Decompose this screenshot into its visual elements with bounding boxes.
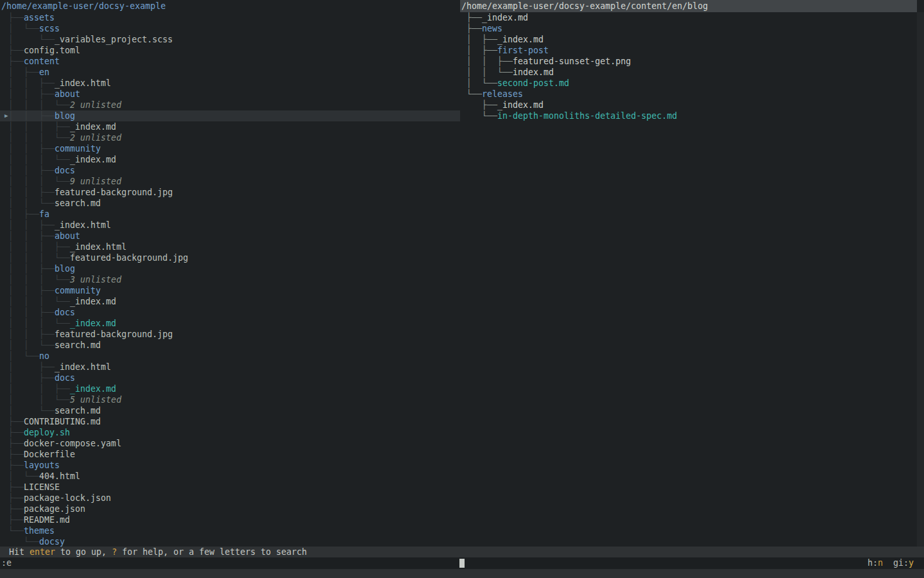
tree-branch-lines: │ │ ├──	[466, 57, 513, 66]
tree-item-label: Dockerfile	[24, 450, 75, 459]
tree-item-label: in-depth-monoliths-detailed-spec.md	[497, 111, 677, 121]
tree-row-dir-community[interactable]: │ │ ├──community	[0, 143, 460, 154]
tree-branch-lines: │ │ ├──	[8, 264, 55, 274]
mode-flags: h:n gi:y	[868, 557, 914, 569]
tree-row-dir-releases[interactable]: └──releases	[460, 89, 917, 100]
tree-row-file-featured-sunset-get-png[interactable]: │ │ ├──featured-sunset-get.png	[460, 56, 917, 67]
input-bar[interactable]: :e h:n gi:y	[0, 557, 924, 569]
left-input-value[interactable]: :e	[1, 557, 12, 569]
tree-row-file--index-md[interactable]: │ │ │ ├──_index.md	[0, 121, 460, 132]
tree-row-file-docker-compose-yaml[interactable]: ├──docker-compose.yaml	[0, 438, 460, 449]
tree-row-file-license[interactable]: ├──LICENSE	[0, 482, 460, 493]
tree-row-file-package-lock-json[interactable]: ├──package-lock.json	[0, 493, 460, 504]
tree-row-file-search-md[interactable]: │ │ └──search.md	[0, 340, 460, 351]
tree-item-label: search.md	[55, 198, 101, 208]
tree-row-dir-scss[interactable]: │ └──scss	[0, 23, 460, 34]
tree-item-label: CONTRIBUTING.md	[24, 417, 101, 426]
tree-row-file-package-json[interactable]: ├──package.json	[0, 504, 460, 514]
tree-row-file-search-md[interactable]: │ │ └──search.md	[0, 198, 460, 209]
tree-row-dir-assets[interactable]: ├──assets	[0, 12, 460, 23]
status-text: to go up,	[55, 547, 112, 557]
status-text: for help, or a few letters to search	[117, 547, 307, 557]
tree-row-file-contributing-md[interactable]: ├──CONTRIBUTING.md	[0, 416, 460, 427]
tree-branch-lines: │ └──	[8, 24, 39, 33]
tree-row-dir-news[interactable]: ├──news	[460, 23, 917, 34]
tree-row-file--index-md[interactable]: │ ├──_index.md	[460, 34, 917, 45]
tree-item-label: package-lock.json	[24, 493, 111, 503]
tree-row-file--index-html[interactable]: │ │ │ ├──_index.html	[0, 241, 460, 252]
tree-branch-lines: │ └──	[8, 35, 55, 44]
tree-branch-lines: ├──	[8, 460, 24, 470]
tree-row-dir-about[interactable]: │ │ ├──about	[0, 231, 460, 241]
left-panel-path[interactable]: /home/example-user/docsy-example	[0, 0, 460, 12]
tree-branch-lines: │ │ └──	[8, 340, 55, 350]
tree-branch-lines: └──	[8, 537, 39, 547]
right-panel-path[interactable]: /home/example-user/docsy-example/content…	[460, 0, 917, 12]
tree-row-file--index-md[interactable]: ├──_index.md	[460, 100, 917, 110]
tree-row-file--index-html[interactable]: │ ├──_index.html	[0, 362, 460, 372]
tree-item-label: search.md	[55, 340, 101, 350]
tree-row-dir-docs[interactable]: │ ├──docs	[0, 372, 460, 383]
tree-item-label: community	[55, 144, 101, 153]
tree-row-dir-no[interactable]: │ └──no	[0, 351, 460, 362]
tree-item-label: 9 unlisted	[70, 177, 121, 186]
tree-row-file-search-md[interactable]: │ └──search.md	[0, 405, 460, 416]
tree-row-file-readme-md[interactable]: ├──README.md	[0, 514, 460, 525]
right-edge-strip	[917, 12, 924, 547]
tree-row-unlisted-9-unlisted: │ │ │ └──9 unlisted	[0, 176, 460, 187]
tree-row-exe--index-md[interactable]: │ │ ├──_index.md	[0, 383, 460, 394]
tree-row-file--index-html[interactable]: │ │ ├──_index.html	[0, 78, 460, 89]
tree-row-file--index-md[interactable]: ├──_index.md	[460, 12, 917, 23]
tree-row-file-featured-background-jpg[interactable]: │ │ ├──featured-background.jpg	[0, 329, 460, 340]
tree-item-label: no	[39, 351, 49, 361]
tree-item-label: blog	[55, 264, 75, 274]
tree-branch-lines: └──	[466, 89, 482, 99]
tree-row-dir-about[interactable]: │ │ ├──about	[0, 89, 460, 100]
tree-item-label: themes	[24, 526, 55, 536]
tree-row-file-index-md[interactable]: │ │ └──index.md	[460, 67, 917, 78]
tree-row-file-featured-background-jpg[interactable]: │ │ ├──featured-background.jpg	[0, 187, 460, 198]
tree-row-dir-docsy[interactable]: └──docsy	[0, 536, 460, 547]
tree-item-label: docs	[55, 308, 75, 317]
tree-row-file--variables-project-scss[interactable]: │ └──_variables_project.scss	[0, 34, 460, 45]
tree-row-file-dockerfile[interactable]: ├──Dockerfile	[0, 449, 460, 460]
tree-row-file--index-md[interactable]: │ │ │ └──_index.md	[0, 154, 460, 165]
status-key-hint: ?	[112, 547, 117, 557]
tree-item-label: docs	[55, 166, 75, 175]
tree-item-label: 5 unlisted	[70, 395, 121, 405]
tree-row-file--index-md[interactable]: │ │ │ └──_index.md	[0, 296, 460, 307]
tree-branch-lines: │ │ └──	[8, 395, 70, 405]
tree-item-label: first-post	[497, 46, 549, 55]
tree-row-exe-deploy-sh[interactable]: ├──deploy.sh	[0, 427, 460, 438]
tree-row-file-config-toml[interactable]: ├──config.toml	[0, 45, 460, 56]
tree-row-file--index-html[interactable]: │ │ ├──_index.html	[0, 220, 460, 231]
tree-row-dir-docs[interactable]: │ │ ├──docs	[0, 307, 460, 318]
tree-row-dir-docs[interactable]: │ │ ├──docs	[0, 165, 460, 176]
tree-item-label: blog	[55, 111, 75, 121]
tree-row-dir-fa[interactable]: │ ├──fa	[0, 209, 460, 220]
left-panel-tree: ├──assets│ └──scss│ └──_variables_projec…	[0, 12, 460, 547]
tree-row-dir-layouts[interactable]: ├──layouts	[0, 460, 460, 471]
tree-item-label: featured-background.jpg	[70, 253, 188, 263]
tree-branch-lines: │ │ ├──	[8, 111, 55, 121]
tree-row-file-featured-background-jpg[interactable]: │ │ │ └──featured-background.jpg	[0, 252, 460, 263]
tree-row-exe-in-depth-monoliths-detailed-spec-md[interactable]: └──in-depth-monoliths-detailed-spec.md	[460, 110, 917, 121]
tree-row-exe-second-post-md[interactable]: │ └──second-post.md	[460, 78, 917, 89]
selection-marker-icon: ▶	[4, 111, 8, 121]
tree-branch-lines: ├──	[466, 24, 482, 33]
tree-row-dir-content[interactable]: ├──content	[0, 56, 460, 67]
flag-hidden-label: h:	[868, 558, 878, 568]
tree-branch-lines: │ │ │ ├──	[8, 122, 70, 132]
tree-row-dir-blog[interactable]: │ │ ├──blog	[0, 263, 460, 274]
tree-row-dir-blog[interactable]: ▶│ │ ├──blog	[0, 110, 460, 121]
right-panel-tree: ├──_index.md├──news│ ├──_index.md│ ├──fi…	[460, 12, 917, 121]
tree-branch-lines: │ │ │ └──	[8, 155, 70, 164]
tree-row-exe--index-md[interactable]: │ │ │ └──_index.md	[0, 318, 460, 329]
tree-branch-lines: │ │ ├──	[8, 231, 55, 241]
tree-row-dir-en[interactable]: │ ├──en	[0, 67, 460, 78]
tree-row-dir-community[interactable]: │ │ ├──community	[0, 285, 460, 296]
tree-row-dir-first-post[interactable]: │ ├──first-post	[460, 45, 917, 56]
tree-row-dir-themes[interactable]: └──themes	[0, 525, 460, 536]
tree-row-file-404-html[interactable]: │ └──404.html	[0, 471, 460, 482]
tree-item-label: README.md	[24, 515, 70, 525]
